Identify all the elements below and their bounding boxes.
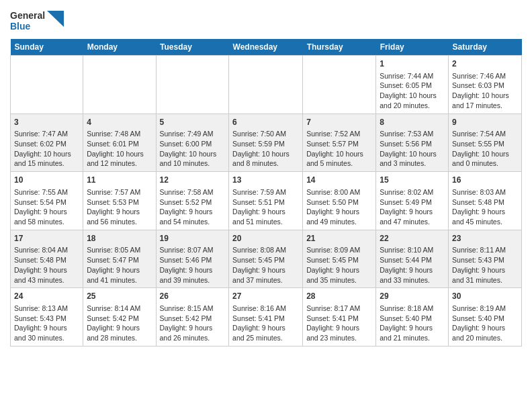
day-number: 4 (87, 117, 152, 128)
column-header-friday: Friday (376, 39, 449, 56)
calendar-cell: 23Sunrise: 8:11 AMSunset: 5:43 PMDayligh… (449, 230, 522, 288)
page-header: General Blue (10, 7, 522, 34)
calendar-cell: 13Sunrise: 7:59 AMSunset: 5:51 PMDayligh… (229, 172, 303, 230)
day-number: 1 (380, 58, 445, 70)
column-header-wednesday: Wednesday (229, 39, 303, 56)
day-info: Sunrise: 7:54 AMSunset: 5:55 PMDaylight:… (452, 129, 518, 169)
day-number: 8 (380, 117, 445, 128)
day-info: Sunrise: 7:50 AMSunset: 5:59 PMDaylight:… (232, 129, 299, 169)
day-info: Sunrise: 8:05 AMSunset: 5:47 PMDaylight:… (87, 245, 152, 285)
day-info: Sunrise: 7:59 AMSunset: 5:51 PMDaylight:… (232, 187, 299, 227)
calendar-cell: 14Sunrise: 8:00 AMSunset: 5:50 PMDayligh… (303, 172, 376, 230)
day-number: 22 (380, 233, 445, 244)
day-number: 13 (232, 175, 299, 186)
day-number: 9 (452, 117, 518, 128)
logo: General Blue (10, 7, 64, 34)
day-info: Sunrise: 8:03 AMSunset: 5:48 PMDaylight:… (452, 187, 518, 227)
calendar-cell: 30Sunrise: 8:19 AMSunset: 5:40 PMDayligh… (449, 288, 522, 347)
day-info: Sunrise: 8:09 AMSunset: 5:45 PMDaylight:… (306, 245, 372, 285)
week-row-1: 1Sunrise: 7:44 AMSunset: 6:05 PMDaylight… (11, 56, 522, 114)
calendar-cell (11, 56, 83, 114)
calendar-body: 1Sunrise: 7:44 AMSunset: 6:05 PMDaylight… (11, 56, 522, 347)
svg-text:Blue: Blue (10, 21, 31, 32)
day-info: Sunrise: 8:13 AMSunset: 5:43 PMDaylight:… (14, 304, 79, 343)
header-row: SundayMondayTuesdayWednesdayThursdayFrid… (11, 39, 522, 56)
day-info: Sunrise: 8:02 AMSunset: 5:49 PMDaylight:… (380, 187, 445, 227)
day-number: 14 (306, 175, 372, 186)
calendar-cell: 5Sunrise: 7:49 AMSunset: 6:00 PMDaylight… (156, 113, 229, 172)
calendar-table: SundayMondayTuesdayWednesdayThursdayFrid… (10, 39, 522, 347)
calendar-cell: 8Sunrise: 7:53 AMSunset: 5:56 PMDaylight… (376, 113, 449, 172)
day-info: Sunrise: 8:18 AMSunset: 5:40 PMDaylight:… (380, 304, 445, 343)
calendar-cell: 12Sunrise: 7:58 AMSunset: 5:52 PMDayligh… (156, 172, 229, 230)
day-number: 20 (232, 233, 299, 244)
week-row-4: 17Sunrise: 8:04 AMSunset: 5:48 PMDayligh… (11, 230, 522, 288)
day-number: 29 (380, 291, 445, 302)
calendar-cell: 9Sunrise: 7:54 AMSunset: 5:55 PMDaylight… (449, 113, 522, 172)
calendar-cell: 7Sunrise: 7:52 AMSunset: 5:57 PMDaylight… (303, 113, 376, 172)
day-info: Sunrise: 8:19 AMSunset: 5:40 PMDaylight:… (452, 304, 518, 343)
week-row-3: 10Sunrise: 7:55 AMSunset: 5:54 PMDayligh… (11, 172, 522, 230)
day-number: 23 (452, 233, 518, 244)
day-info: Sunrise: 7:52 AMSunset: 5:57 PMDaylight:… (306, 129, 372, 169)
day-number: 24 (14, 291, 79, 302)
calendar-cell: 21Sunrise: 8:09 AMSunset: 5:45 PMDayligh… (303, 230, 376, 288)
day-number: 18 (87, 233, 152, 244)
day-number: 5 (160, 117, 226, 128)
day-number: 25 (87, 291, 152, 302)
column-header-tuesday: Tuesday (156, 39, 229, 56)
calendar-cell: 19Sunrise: 8:07 AMSunset: 5:46 PMDayligh… (156, 230, 229, 288)
calendar-cell: 29Sunrise: 8:18 AMSunset: 5:40 PMDayligh… (376, 288, 449, 347)
day-number: 10 (14, 175, 79, 186)
column-header-thursday: Thursday (303, 39, 376, 56)
calendar-cell: 27Sunrise: 8:16 AMSunset: 5:41 PMDayligh… (229, 288, 303, 347)
column-header-monday: Monday (83, 39, 156, 56)
day-info: Sunrise: 8:17 AMSunset: 5:41 PMDaylight:… (306, 304, 372, 343)
day-number: 6 (232, 117, 299, 128)
calendar-cell (229, 56, 303, 114)
calendar-cell (303, 56, 376, 114)
calendar-cell: 20Sunrise: 8:08 AMSunset: 5:45 PMDayligh… (229, 230, 303, 288)
day-number: 12 (160, 175, 226, 186)
calendar-cell: 26Sunrise: 8:15 AMSunset: 5:42 PMDayligh… (156, 288, 229, 347)
day-number: 26 (160, 291, 226, 302)
calendar-cell: 11Sunrise: 7:57 AMSunset: 5:53 PMDayligh… (83, 172, 156, 230)
calendar-cell: 22Sunrise: 8:10 AMSunset: 5:44 PMDayligh… (376, 230, 449, 288)
day-info: Sunrise: 8:00 AMSunset: 5:50 PMDaylight:… (306, 187, 372, 227)
day-info: Sunrise: 8:11 AMSunset: 5:43 PMDaylight:… (452, 245, 518, 285)
day-number: 28 (306, 291, 372, 302)
day-info: Sunrise: 8:14 AMSunset: 5:42 PMDaylight:… (87, 304, 152, 343)
day-number: 30 (452, 291, 518, 302)
calendar-cell: 24Sunrise: 8:13 AMSunset: 5:43 PMDayligh… (11, 288, 83, 347)
week-row-2: 3Sunrise: 7:47 AMSunset: 6:02 PMDaylight… (11, 113, 522, 172)
calendar-cell: 15Sunrise: 8:02 AMSunset: 5:49 PMDayligh… (376, 172, 449, 230)
calendar-cell: 28Sunrise: 8:17 AMSunset: 5:41 PMDayligh… (303, 288, 376, 347)
day-info: Sunrise: 8:10 AMSunset: 5:44 PMDaylight:… (380, 245, 445, 285)
day-number: 2 (452, 58, 518, 70)
day-info: Sunrise: 8:16 AMSunset: 5:41 PMDaylight:… (232, 304, 299, 343)
day-number: 15 (380, 175, 445, 186)
day-info: Sunrise: 7:57 AMSunset: 5:53 PMDaylight:… (87, 187, 152, 227)
day-number: 17 (14, 233, 79, 244)
day-info: Sunrise: 7:48 AMSunset: 6:01 PMDaylight:… (87, 129, 152, 169)
day-info: Sunrise: 8:07 AMSunset: 5:46 PMDaylight:… (160, 245, 226, 285)
calendar-cell: 10Sunrise: 7:55 AMSunset: 5:54 PMDayligh… (11, 172, 83, 230)
day-info: Sunrise: 8:08 AMSunset: 5:45 PMDaylight:… (232, 245, 299, 285)
calendar-cell: 4Sunrise: 7:48 AMSunset: 6:01 PMDaylight… (83, 113, 156, 172)
day-info: Sunrise: 7:47 AMSunset: 6:02 PMDaylight:… (14, 129, 79, 169)
calendar-cell (83, 56, 156, 114)
day-number: 21 (306, 233, 372, 244)
calendar-header: SundayMondayTuesdayWednesdayThursdayFrid… (11, 39, 522, 56)
day-number: 7 (306, 117, 372, 128)
calendar-cell: 1Sunrise: 7:44 AMSunset: 6:05 PMDaylight… (376, 56, 449, 114)
day-info: Sunrise: 8:04 AMSunset: 5:48 PMDaylight:… (14, 245, 79, 285)
svg-marker-2 (47, 11, 64, 27)
day-number: 11 (87, 175, 152, 186)
day-info: Sunrise: 7:53 AMSunset: 5:56 PMDaylight:… (380, 129, 445, 169)
calendar-cell: 17Sunrise: 8:04 AMSunset: 5:48 PMDayligh… (11, 230, 83, 288)
svg-text:General: General (10, 10, 45, 21)
calendar-cell: 3Sunrise: 7:47 AMSunset: 6:02 PMDaylight… (11, 113, 83, 172)
calendar-cell: 16Sunrise: 8:03 AMSunset: 5:48 PMDayligh… (449, 172, 522, 230)
day-number: 19 (160, 233, 226, 244)
calendar-cell (156, 56, 229, 114)
